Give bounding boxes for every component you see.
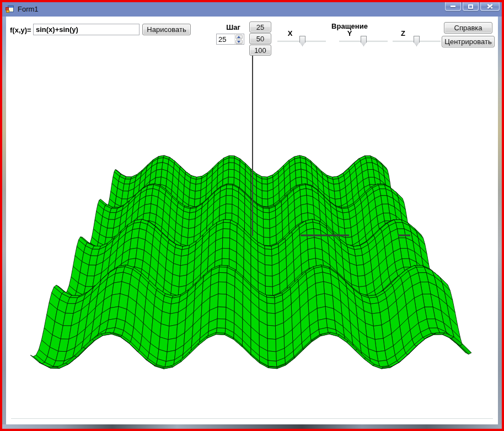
window-frame-bottom bbox=[2, 424, 502, 429]
slider-x-thumb[interactable] bbox=[299, 36, 305, 46]
client-area: f(x,y)= Нарисовать Шаг 25 50 100 Вращени… bbox=[6, 17, 498, 424]
surface-plot-canvas bbox=[6, 17, 498, 424]
help-button[interactable]: Справка bbox=[444, 22, 492, 34]
arrow-up-icon bbox=[237, 36, 240, 38]
function-label: f(x,y)= bbox=[10, 26, 31, 34]
maximize-button[interactable] bbox=[463, 2, 479, 11]
slider-z[interactable] bbox=[393, 35, 441, 49]
title-bar[interactable]: Form1 bbox=[2, 2, 502, 17]
step-up-button[interactable] bbox=[235, 35, 243, 39]
function-input[interactable] bbox=[33, 24, 140, 35]
step-25-button[interactable]: 25 bbox=[249, 21, 271, 33]
step-numeric-input[interactable] bbox=[217, 34, 234, 44]
arrow-down-icon bbox=[237, 41, 240, 43]
maximize-icon bbox=[468, 4, 473, 9]
center-button[interactable]: Центрировать bbox=[442, 36, 495, 47]
slider-y-thumb[interactable] bbox=[361, 36, 367, 46]
slider-y[interactable] bbox=[339, 35, 388, 49]
minimize-button[interactable] bbox=[445, 2, 461, 11]
form-icon-orange-square bbox=[6, 10, 9, 13]
slider-z-thumb[interactable] bbox=[414, 36, 420, 46]
draw-button[interactable]: Нарисовать bbox=[142, 24, 191, 35]
close-icon bbox=[487, 4, 493, 9]
form-icon bbox=[6, 5, 14, 14]
panel-bottom-edge bbox=[11, 418, 493, 419]
step-100-button[interactable]: 100 bbox=[249, 45, 271, 56]
step-down-button[interactable] bbox=[235, 40, 243, 44]
slider-x[interactable] bbox=[277, 35, 326, 49]
close-button[interactable] bbox=[480, 2, 500, 11]
step-label: Шаг bbox=[222, 23, 244, 31]
window-title: Form1 bbox=[18, 5, 39, 14]
step-numeric[interactable] bbox=[216, 34, 244, 45]
screenshot-root: Form1 f(x,y)= Нарисовать Шаг bbox=[0, 0, 504, 431]
app-window: Form1 f(x,y)= Нарисовать Шаг bbox=[2, 2, 502, 429]
minimize-icon bbox=[451, 6, 455, 7]
step-50-button[interactable]: 50 bbox=[249, 33, 271, 44]
